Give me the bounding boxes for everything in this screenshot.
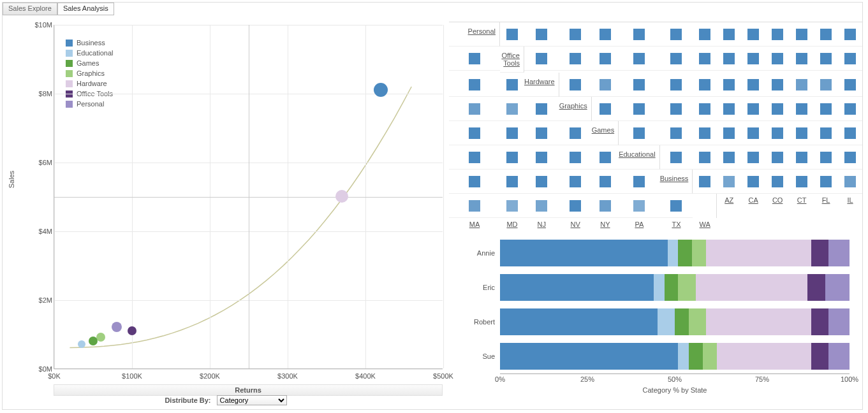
stacked-segment[interactable] xyxy=(706,240,811,266)
stacked-bar[interactable] xyxy=(500,308,850,335)
grid-cell[interactable] xyxy=(717,97,741,121)
grid-cell[interactable] xyxy=(592,73,619,97)
stacked-segment[interactable] xyxy=(696,274,807,301)
stacked-segment[interactable] xyxy=(678,240,692,266)
stacked-segment[interactable] xyxy=(828,308,850,335)
grid-cell[interactable] xyxy=(717,170,741,194)
stacked-segment[interactable] xyxy=(500,240,668,266)
grid-cell[interactable] xyxy=(814,47,838,71)
scatter-point[interactable] xyxy=(112,322,122,332)
stacked-segment[interactable] xyxy=(668,240,678,266)
stacked-segment[interactable] xyxy=(717,343,811,370)
grid-col-label[interactable]: PA xyxy=(619,218,660,231)
grid-cell[interactable] xyxy=(717,145,741,170)
grid-cell[interactable] xyxy=(524,22,559,47)
stacked-bar-chart[interactable]: AnnieEricRobertSue0%25%50%75%100%Categor… xyxy=(449,236,862,394)
stacked-segment[interactable] xyxy=(689,343,703,370)
grid-col-label[interactable]: MA xyxy=(449,218,500,231)
grid-cell[interactable] xyxy=(693,121,717,145)
grid-cell[interactable] xyxy=(765,97,790,121)
grid-cell[interactable] xyxy=(741,22,765,47)
grid-cell[interactable] xyxy=(449,97,500,121)
grid-cell[interactable] xyxy=(790,121,814,145)
grid-cell[interactable] xyxy=(619,22,660,47)
grid-row-label[interactable]: Office Tools xyxy=(500,47,524,73)
grid-cell[interactable] xyxy=(524,97,559,121)
grid-cell[interactable] xyxy=(765,22,790,47)
grid-col-label[interactable]: CO xyxy=(765,194,790,218)
grid-cell[interactable] xyxy=(741,73,765,97)
stacked-segment[interactable] xyxy=(692,240,706,266)
grid-cell[interactable] xyxy=(717,73,741,97)
grid-cell[interactable] xyxy=(619,97,660,121)
grid-cell[interactable] xyxy=(693,47,717,71)
grid-row-label[interactable]: Games xyxy=(592,121,619,145)
grid-cell[interactable] xyxy=(449,121,500,145)
grid-cell[interactable] xyxy=(619,73,660,97)
grid-cell[interactable] xyxy=(524,194,559,218)
grid-cell[interactable] xyxy=(619,194,660,218)
grid-cell[interactable] xyxy=(765,170,790,194)
stacked-segment[interactable] xyxy=(807,274,825,301)
grid-row-label[interactable]: Hardware xyxy=(524,73,559,97)
grid-cell[interactable] xyxy=(524,121,559,145)
stacked-segment[interactable] xyxy=(811,343,828,370)
stacked-segment[interactable] xyxy=(828,240,850,266)
scatter-plot-area[interactable]: BusinessEducationalGamesGraphicsHardware… xyxy=(54,25,443,369)
grid-cell[interactable] xyxy=(592,194,619,218)
stacked-segment[interactable] xyxy=(675,308,689,335)
grid-cell[interactable] xyxy=(814,121,838,145)
grid-cell[interactable] xyxy=(500,145,524,170)
grid-cell[interactable] xyxy=(790,97,814,121)
grid-col-label[interactable]: NV xyxy=(559,218,592,231)
grid-cell[interactable] xyxy=(592,97,619,121)
stacked-segment[interactable] xyxy=(678,274,695,301)
grid-cell[interactable] xyxy=(660,47,693,71)
grid-col-label[interactable]: WA xyxy=(693,218,717,231)
stacked-segment[interactable] xyxy=(706,308,811,335)
stacked-segment[interactable] xyxy=(500,343,678,370)
stacked-bar[interactable] xyxy=(500,274,850,301)
grid-cell[interactable] xyxy=(814,22,838,47)
grid-cell[interactable] xyxy=(660,73,693,97)
scatter-point[interactable] xyxy=(78,340,85,348)
grid-cell[interactable] xyxy=(790,170,814,194)
grid-cell[interactable] xyxy=(838,22,862,47)
grid-cell[interactable] xyxy=(500,194,524,218)
stacked-segment[interactable] xyxy=(811,308,828,335)
grid-cell[interactable] xyxy=(790,22,814,47)
grid-cell[interactable] xyxy=(500,73,524,97)
grid-cell[interactable] xyxy=(838,47,862,71)
grid-col-label[interactable]: AZ xyxy=(717,194,741,218)
grid-cell[interactable] xyxy=(765,145,790,170)
grid-cell[interactable] xyxy=(592,47,619,71)
grid-cell[interactable] xyxy=(814,145,838,170)
grid-cell[interactable] xyxy=(838,73,862,97)
stacked-segment[interactable] xyxy=(825,274,850,301)
grid-cell[interactable] xyxy=(559,121,592,145)
grid-row-label[interactable]: Educational xyxy=(619,145,660,170)
grid-cell[interactable] xyxy=(693,145,717,170)
grid-cell[interactable] xyxy=(693,170,717,194)
scatter-point[interactable] xyxy=(89,337,98,345)
stacked-segment[interactable] xyxy=(665,274,679,301)
grid-cell[interactable] xyxy=(814,170,838,194)
grid-cell[interactable] xyxy=(765,73,790,97)
grid-cell[interactable] xyxy=(449,73,500,97)
stacked-segment[interactable] xyxy=(689,308,706,335)
grid-cell[interactable] xyxy=(660,97,693,121)
grid-col-label[interactable]: NJ xyxy=(524,218,559,231)
grid-cell[interactable] xyxy=(500,170,524,194)
grid-cell[interactable] xyxy=(619,47,660,71)
grid-cell[interactable] xyxy=(559,170,592,194)
grid-col-label[interactable]: NY xyxy=(592,218,619,231)
grid-cell[interactable] xyxy=(660,22,693,47)
grid-cell[interactable] xyxy=(619,121,660,145)
scatter-point[interactable] xyxy=(374,83,388,97)
grid-cell[interactable] xyxy=(559,47,592,71)
grid-cell[interactable] xyxy=(559,145,592,170)
grid-cell[interactable] xyxy=(765,121,790,145)
grid-cell[interactable] xyxy=(660,194,693,218)
grid-cell[interactable] xyxy=(500,97,524,121)
grid-col-label[interactable]: FL xyxy=(814,194,838,218)
